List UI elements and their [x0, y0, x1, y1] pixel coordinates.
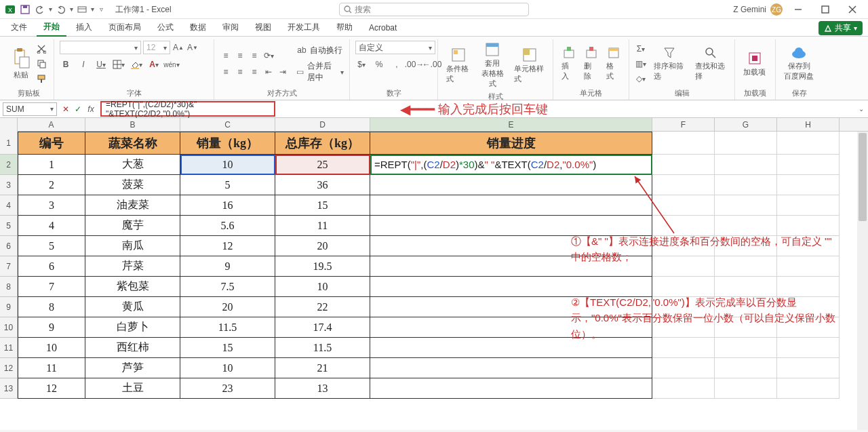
format-painter-icon[interactable]: [35, 73, 47, 85]
cell[interactable]: 销量进度: [370, 132, 652, 155]
cell[interactable]: 11: [18, 358, 85, 378]
cell[interactable]: [370, 358, 652, 378]
clear-icon[interactable]: ◇▾: [635, 73, 647, 85]
cell[interactable]: 22: [275, 297, 370, 317]
row-header[interactable]: 11: [0, 338, 18, 358]
increase-indent-icon[interactable]: ⇥: [277, 66, 289, 78]
row-header[interactable]: 13: [0, 378, 18, 399]
border-button[interactable]: ▾: [113, 58, 125, 71]
cell[interactable]: 1: [18, 155, 85, 175]
cell[interactable]: 21: [275, 358, 370, 378]
cell[interactable]: 菠菜: [85, 175, 180, 195]
cell[interactable]: 16: [180, 195, 275, 216]
cell[interactable]: 10: [275, 277, 370, 297]
cell[interactable]: 总库存（kg）: [275, 132, 370, 155]
tab-insert[interactable]: 插入: [69, 19, 99, 36]
wrap-text-button[interactable]: ab自动换行: [296, 44, 344, 56]
cell[interactable]: 9: [18, 317, 85, 338]
cell[interactable]: 土豆: [85, 378, 180, 399]
cell[interactable]: 3: [18, 195, 85, 216]
undo-icon[interactable]: [34, 3, 46, 16]
cell-styles-button[interactable]: 单元格样式: [511, 46, 547, 85]
delete-cells-button[interactable]: 删除: [581, 45, 601, 83]
fx-icon[interactable]: fx: [85, 103, 96, 115]
row-header[interactable]: 6: [0, 236, 18, 256]
cell[interactable]: 黄瓜: [85, 297, 180, 317]
cell[interactable]: 5: [180, 175, 275, 195]
cell[interactable]: 10: [180, 155, 275, 175]
row-header[interactable]: 4: [0, 195, 18, 216]
cell[interactable]: 19.5: [275, 256, 370, 277]
autosum-icon[interactable]: Σ▾: [635, 43, 647, 55]
cell[interactable]: [715, 378, 777, 399]
worksheet-grid[interactable]: 1 编号 蔬菜名称 销量（kg） 总库存（kg） 销量进度 2 1 大葱 10 …: [0, 132, 868, 430]
orientation-icon[interactable]: ⟳▾: [262, 50, 275, 62]
paste-button[interactable]: 粘贴: [9, 47, 33, 81]
save-to-cloud-button[interactable]: 保存到 百度网盘: [781, 45, 816, 83]
cell[interactable]: 12: [18, 378, 85, 399]
format-table-button[interactable]: 套用 表格格式: [477, 41, 507, 90]
cell[interactable]: 销量（kg）: [180, 132, 275, 155]
cell[interactable]: 10: [180, 358, 275, 378]
row-header[interactable]: 2: [0, 155, 18, 175]
cell[interactable]: 油麦菜: [85, 195, 180, 216]
tab-acrobat[interactable]: Acrobat: [362, 20, 403, 35]
cell[interactable]: 4: [18, 216, 85, 236]
col-header-G[interactable]: G: [715, 118, 777, 131]
cell[interactable]: 紫包菜: [85, 277, 180, 297]
col-header-F[interactable]: F: [652, 118, 715, 131]
row-header[interactable]: 7: [0, 256, 18, 277]
cell[interactable]: 西红柿: [85, 338, 180, 358]
row-header[interactable]: 3: [0, 175, 18, 195]
row-header[interactable]: 9: [0, 297, 18, 317]
cell[interactable]: 6: [18, 256, 85, 277]
cell[interactable]: [777, 358, 840, 378]
align-middle-icon[interactable]: ≡: [234, 50, 246, 62]
cell[interactable]: [715, 358, 777, 378]
formula-input[interactable]: =REPT("|",(C2/D2)*30)&" "&TEXT(C2/D2,"0.…: [100, 101, 275, 117]
cell[interactable]: 大葱: [85, 155, 180, 175]
cell[interactable]: [715, 175, 777, 195]
cell[interactable]: 蔬菜名称: [85, 132, 180, 155]
col-header-C[interactable]: C: [180, 118, 275, 131]
row-header[interactable]: 10: [0, 317, 18, 338]
cell[interactable]: 20: [180, 297, 275, 317]
tab-layout[interactable]: 页面布局: [102, 19, 148, 36]
cell[interactable]: 9: [180, 256, 275, 277]
cell[interactable]: 5.6: [180, 216, 275, 236]
col-header-B[interactable]: B: [85, 118, 180, 131]
close-button[interactable]: [841, 0, 864, 19]
cell[interactable]: 魔芋: [85, 216, 180, 236]
col-header-A[interactable]: A: [18, 118, 85, 131]
font-name-select[interactable]: ▾: [60, 41, 141, 54]
cell[interactable]: [652, 195, 715, 216]
cell[interactable]: 23: [180, 378, 275, 399]
redo-more-icon[interactable]: ▾: [70, 5, 73, 13]
fill-icon[interactable]: ▥▾: [635, 58, 647, 70]
cell[interactable]: 17.4: [275, 317, 370, 338]
phonetic-guide-icon[interactable]: wén▾: [165, 58, 178, 71]
redo-icon[interactable]: [55, 3, 67, 16]
sort-filter-button[interactable]: 排序和筛选: [651, 45, 688, 83]
cell[interactable]: 11.5: [275, 338, 370, 358]
cell[interactable]: [652, 358, 715, 378]
save-icon[interactable]: [19, 3, 31, 16]
col-header-H[interactable]: H: [777, 118, 840, 131]
accounting-format-icon[interactable]: $▾: [355, 58, 368, 71]
copy-icon[interactable]: [35, 58, 47, 70]
tab-home[interactable]: 开始: [37, 18, 66, 37]
cell[interactable]: [370, 175, 652, 195]
col-header-E[interactable]: E: [370, 118, 652, 131]
active-cell[interactable]: =REPT("|",(C2/D2)*30)&" "&TEXT(C2/D2,"0.…: [370, 155, 652, 175]
cancel-formula-icon[interactable]: ✕: [61, 103, 71, 115]
cell[interactable]: [777, 175, 840, 195]
cell[interactable]: [777, 195, 840, 216]
tab-file[interactable]: 文件: [4, 19, 34, 36]
row-header[interactable]: 12: [0, 358, 18, 378]
cell[interactable]: [652, 155, 715, 175]
cell[interactable]: 8: [18, 297, 85, 317]
cell[interactable]: 2: [18, 175, 85, 195]
cell[interactable]: 5: [18, 236, 85, 256]
tab-review[interactable]: 审阅: [216, 19, 245, 36]
cell[interactable]: [370, 195, 652, 216]
